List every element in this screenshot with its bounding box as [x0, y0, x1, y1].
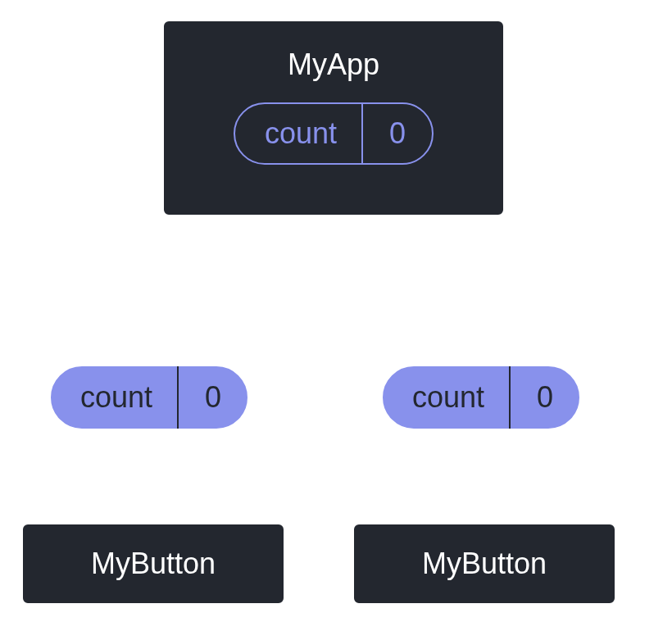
state-value: 0: [363, 104, 432, 163]
left-prop-pill: count 0: [49, 365, 249, 430]
prop-value: 0: [179, 366, 247, 429]
prop-value: 0: [511, 366, 579, 429]
component-tree-diagram: MyApp count 0 count 0 count 0 MyButton M…: [0, 0, 672, 631]
parent-state-pill: count 0: [234, 102, 434, 165]
child-component-title: MyButton: [422, 547, 547, 581]
prop-label: count: [51, 366, 179, 429]
prop-label: count: [383, 366, 511, 429]
state-label: count: [235, 104, 363, 163]
parent-component-box: MyApp count 0: [162, 20, 505, 216]
parent-component-title: MyApp: [288, 48, 379, 82]
right-prop-pill: count 0: [381, 365, 581, 430]
child-component-box-left: MyButton: [21, 523, 285, 605]
child-component-box-right: MyButton: [352, 523, 616, 605]
child-component-title: MyButton: [91, 547, 216, 581]
